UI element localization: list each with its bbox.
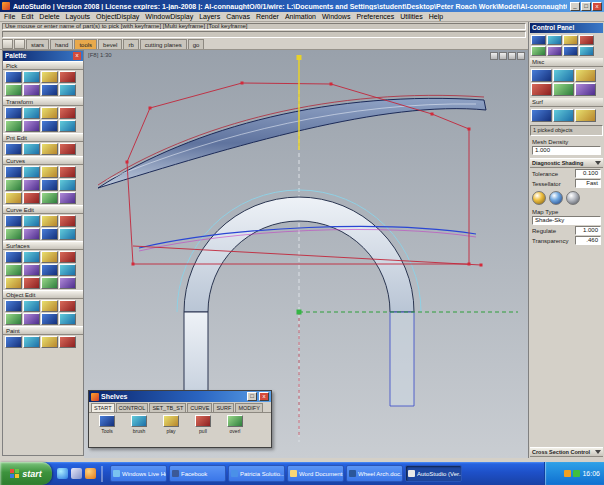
palette-section-pick[interactable]: Pick [3,61,83,70]
tool-icon[interactable] [23,179,40,191]
tool-icon[interactable] [23,84,40,96]
tool-icon[interactable] [23,313,40,325]
control-panel-header[interactable]: Control Panel [530,23,603,33]
tool-icon[interactable] [23,277,40,289]
tool-icon[interactable] [41,71,58,83]
tool-icon[interactable] [579,46,594,56]
prompt-line-1[interactable]: Use mouse or enter name of part(s) to pi… [2,23,526,30]
shelf-tab-cutting-planes[interactable]: cutting planes [140,39,187,49]
shelves-tab-surf[interactable]: SURF [213,403,234,412]
tool-icon[interactable] [41,277,58,289]
menu-help[interactable]: Help [429,13,443,20]
tool-icon[interactable] [59,215,76,227]
tool-icon[interactable] [59,166,76,178]
tool-icon[interactable] [59,336,76,348]
shading-mode-gold-icon[interactable] [532,191,546,205]
task-patricia-solution[interactable]: Patricia Solutio... [228,465,285,482]
shelf-tab-tools[interactable]: tools [74,39,97,49]
tool-icon[interactable] [563,35,578,45]
tool-icon[interactable] [575,83,596,96]
shelf-item-overl[interactable]: overl [221,415,249,434]
tool-icon[interactable] [41,336,58,348]
menu-utilities[interactable]: Utilities [400,13,423,20]
tool-icon[interactable] [23,336,40,348]
tool-icon[interactable] [5,120,22,132]
tool-icon[interactable] [41,228,58,240]
tool-icon[interactable] [41,107,58,119]
palette-section-transform[interactable]: Transform [3,97,83,106]
shelf-item-play[interactable]: play [157,415,185,434]
tool-icon[interactable] [531,35,546,45]
shelf-tab-go[interactable]: go [188,39,205,49]
shelf-new-tab-icon[interactable] [14,39,25,49]
tolerance-field[interactable]: 0.100 [575,169,601,178]
palette-section-curves[interactable]: Curves [3,156,83,165]
tool-icon[interactable] [5,313,22,325]
tessellator-select[interactable]: Fast [575,179,601,188]
tray-icon[interactable] [573,470,580,477]
tool-icon[interactable] [59,84,76,96]
tool-icon[interactable] [531,83,552,96]
menu-animation[interactable]: Animation [285,13,316,20]
tool-icon[interactable] [23,120,40,132]
palette-section-paint[interactable]: Paint [3,326,83,335]
tool-icon[interactable] [41,143,58,155]
tool-icon[interactable] [531,109,552,122]
viewport-maximize-icon[interactable] [517,52,525,60]
minimize-button[interactable]: _ [570,2,580,11]
tool-icon[interactable] [23,143,40,155]
tool-icon[interactable] [5,228,22,240]
menu-layouts[interactable]: Layouts [66,13,91,20]
tool-icon[interactable] [41,215,58,227]
tool-icon[interactable] [5,143,22,155]
palette-section-surfaces[interactable]: Surfaces [3,241,83,250]
tool-icon[interactable] [23,215,40,227]
transparency-field[interactable]: .460 [575,236,601,245]
tool-icon[interactable] [5,179,22,191]
tool-icon[interactable] [23,166,40,178]
palette-section-curve-edit[interactable]: Curve Edit [3,205,83,214]
shelf-tab-rb[interactable]: rb [123,39,138,49]
task-autostudio[interactable]: AutoStudio (Ver... [405,465,462,482]
map-type-select[interactable]: Shade-Sky [532,216,601,225]
close-button[interactable]: x [592,2,602,11]
show-desktop-icon[interactable] [71,468,82,479]
tool-icon[interactable] [41,192,58,204]
palette-section-object-edit[interactable]: Object Edit [3,290,83,299]
tool-icon[interactable] [5,166,22,178]
menu-objectdisplay[interactable]: ObjectDisplay [96,13,139,20]
menu-windows[interactable]: Windows [322,13,350,20]
tool-icon[interactable] [575,109,596,122]
tool-icon[interactable] [59,251,76,263]
tool-icon[interactable] [59,120,76,132]
tool-icon[interactable] [5,192,22,204]
diagnostic-shading-section[interactable]: Diagnostic Shading [530,158,603,168]
tool-icon[interactable] [23,228,40,240]
palette-title-bar[interactable]: Palette x [3,51,83,61]
regulate-field[interactable]: 1.000 [575,226,601,235]
shelves-tab-control[interactable]: CONTROL [116,403,149,412]
title-bar[interactable]: AutoStudio | Version 2008 | License expi… [0,0,604,12]
tool-icon[interactable] [59,179,76,191]
tool-icon[interactable] [5,251,22,263]
shading-mode-gray-icon[interactable] [566,191,580,205]
task-word-documents[interactable]: Word Documents [287,465,344,482]
viewport-zoom-icon[interactable] [499,52,507,60]
tool-icon[interactable] [59,228,76,240]
task-windows-live[interactable]: Windows Live Ho... [110,465,167,482]
tool-icon[interactable] [59,264,76,276]
tool-icon[interactable] [23,264,40,276]
tool-icon[interactable] [575,69,596,82]
shelves-tab-start[interactable]: START [91,403,115,412]
shelf-item-pull[interactable]: pull [189,415,217,434]
tool-icon[interactable] [5,264,22,276]
tool-icon[interactable] [5,215,22,227]
tool-icon[interactable] [41,300,58,312]
tool-icon[interactable] [59,71,76,83]
menu-render[interactable]: Render [256,13,279,20]
tool-icon[interactable] [579,35,594,45]
tool-icon[interactable] [23,71,40,83]
tool-icon[interactable] [41,166,58,178]
tool-icon[interactable] [563,46,578,56]
tool-icon[interactable] [23,107,40,119]
